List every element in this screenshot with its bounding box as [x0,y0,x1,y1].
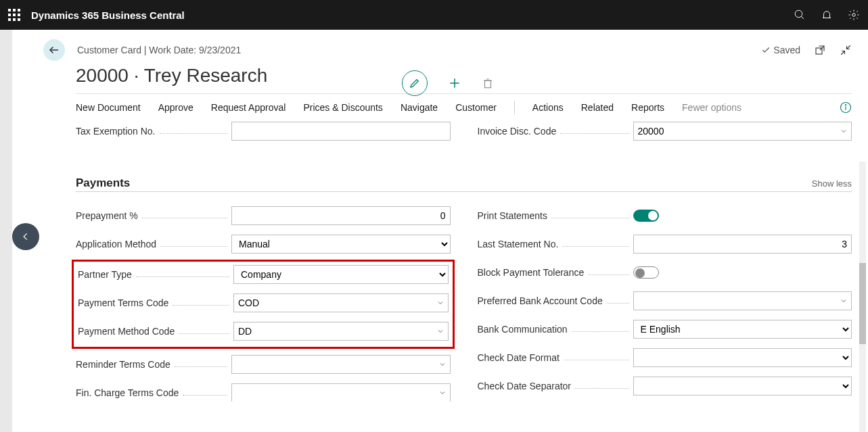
print-statements-toggle[interactable] [633,210,659,222]
cmd-navigate[interactable]: Navigate [401,102,438,113]
preferred-bank-input[interactable] [633,291,852,310]
cmd-prices-discounts[interactable]: Prices & Discounts [303,102,382,113]
field-block-payment-tolerance: Block Payment Tolerance [478,262,852,283]
field-payment-terms-code: Payment Terms Code [78,293,449,313]
highlight-annotation: Partner Type Company Payment Terms Code … [72,260,455,349]
field-check-date-separator: Check Date Separator [478,376,852,396]
new-button[interactable] [448,76,461,90]
gear-icon[interactable] [848,9,860,21]
partner-type-label: Partner Type [78,269,132,280]
edit-button[interactable] [402,70,428,96]
fin-charge-terms-input[interactable] [231,383,451,402]
fin-charge-terms-label: Fin. Charge Terms Code [76,387,179,398]
cmd-fewer-options[interactable]: Fewer options [682,102,741,113]
bank-communication-label: Bank Communication [478,324,568,335]
app-title: Dynamics 365 Business Central [31,9,185,21]
field-tax-exemption: Tax Exemption No. [76,121,451,141]
back-button[interactable] [43,39,65,61]
payment-terms-label: Payment Terms Code [78,297,168,308]
content-area: Tax Exemption No. Invoice Disc. Code Pay… [27,121,868,402]
cmd-approve[interactable]: Approve [158,102,193,113]
invoice-disc-input[interactable] [633,122,852,141]
field-application-method: Application Method Manual [76,234,451,254]
application-method-label: Application Method [76,239,156,249]
cmd-request-approval[interactable]: Request Approval [211,102,286,113]
field-check-date-format: Check Date Format [478,347,852,368]
left-gutter [0,30,12,432]
check-date-separator-select[interactable] [633,377,852,395]
svg-point-3 [852,14,856,17]
payment-method-label: Payment Method Code [78,326,175,337]
field-invoice-disc-code: Invoice Disc. Code [478,121,852,141]
collapse-icon[interactable] [840,44,852,56]
svg-point-16 [845,105,846,105]
field-bank-communication: Bank Communication E English [478,319,852,339]
cmd-related[interactable]: Related [581,102,614,113]
popout-icon[interactable] [814,44,826,56]
invoice-disc-label: Invoice Disc. Code [478,126,557,137]
check-date-format-label: Check Date Format [478,352,559,363]
field-partner-type: Partner Type Company [78,264,449,285]
svg-line-1 [801,16,804,19]
prepayment-label: Prepayment % [76,210,138,221]
breadcrumb: Customer Card | Work Date: 9/23/2021 [77,45,241,55]
application-method-select[interactable]: Manual [231,235,451,254]
section-payments-title: Payments [76,176,130,190]
record-actions [402,70,494,96]
prepayment-input[interactable] [231,206,451,225]
section-payments-header: Payments Show less [76,176,852,192]
check-date-format-select[interactable] [633,348,852,367]
delete-button[interactable] [482,77,494,89]
reminder-terms-input[interactable] [231,355,451,374]
last-statement-input[interactable] [633,235,852,254]
svg-line-8 [847,45,850,49]
side-collapse-button[interactable] [12,223,39,250]
field-prepayment: Prepayment % [76,206,451,226]
cmd-new-document[interactable]: New Document [76,102,141,113]
cmd-actions[interactable]: Actions [532,102,564,113]
command-bar: New Document Approve Request Approval Pr… [27,94,868,121]
last-statement-label: Last Statement No. [478,239,559,249]
bell-icon[interactable] [821,9,833,21]
preferred-bank-label: Preferred Bank Account Code [478,295,603,306]
saved-label: Saved [773,45,800,55]
check-date-separator-label: Check Date Separator [478,381,572,391]
scrollbar-thumb[interactable] [859,263,866,344]
svg-point-0 [795,10,802,18]
block-payment-tolerance-label: Block Payment Tolerance [478,267,585,278]
page-panel: Customer Card | Work Date: 9/23/2021 Sav… [27,30,868,432]
reminder-terms-label: Reminder Terms Code [76,359,170,370]
separator [514,101,515,114]
print-statements-label: Print Statements [478,210,548,221]
payment-terms-input[interactable] [233,293,449,312]
saved-indicator: Saved [761,45,800,55]
field-last-statement-no: Last Statement No. [478,234,852,254]
field-fin-charge-terms-code: Fin. Charge Terms Code [76,383,451,402]
svg-rect-11 [484,80,490,88]
scrollbar[interactable] [859,162,866,432]
info-icon[interactable] [840,101,852,114]
app-topbar: Dynamics 365 Business Central [0,0,868,30]
cmd-customer[interactable]: Customer [455,102,497,113]
payment-method-input[interactable] [233,322,449,341]
show-less-link[interactable]: Show less [812,178,852,189]
field-payment-method-code: Payment Method Code [78,321,449,341]
search-icon[interactable] [794,9,806,21]
cmd-reports[interactable]: Reports [631,102,664,113]
tax-exemption-label: Tax Exemption No. [76,126,156,137]
block-payment-tolerance-toggle[interactable] [633,266,659,279]
field-preferred-bank-account-code: Preferred Bank Account Code [478,291,852,311]
bank-communication-select[interactable]: E English [633,320,852,339]
app-launcher-icon[interactable] [8,9,20,21]
partner-type-select[interactable]: Company [233,265,449,284]
field-print-statements: Print Statements [478,206,852,226]
field-reminder-terms-code: Reminder Terms Code [76,354,451,375]
tax-exemption-input[interactable] [231,122,451,141]
svg-line-7 [841,51,844,55]
